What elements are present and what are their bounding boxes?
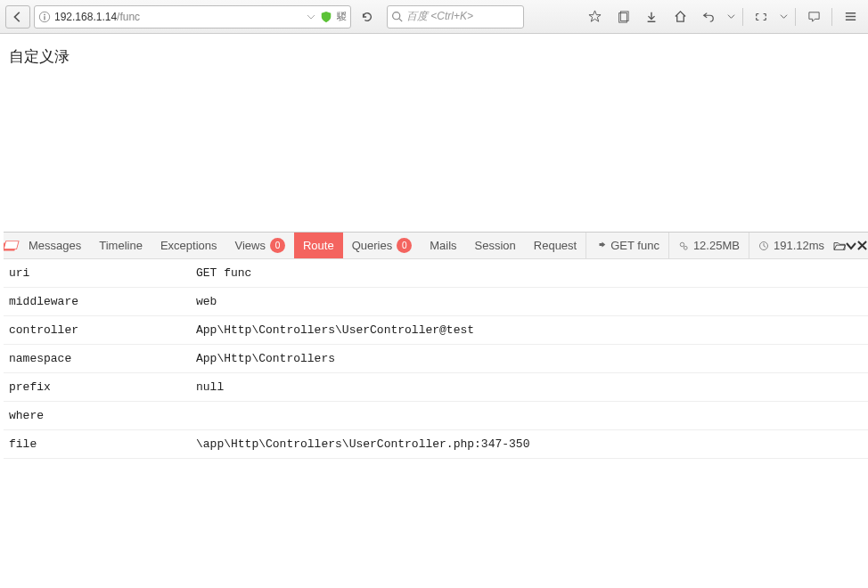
route-key: controller [9,323,196,337]
route-row: file\app\Http\Controllers\UserController… [4,430,868,459]
reload-button[interactable] [355,5,380,29]
reader-icon[interactable]: 騣 [337,10,347,23]
route-value: \app\Http\Controllers\UserController.php… [196,437,863,451]
route-row: controllerApp\Http\Controllers\UserContr… [4,316,868,345]
tab-mails[interactable]: Mails [421,233,465,258]
tab-messages[interactable]: Messages [20,233,90,258]
info-time: 191.12ms [749,233,833,258]
hamburger-menu-icon[interactable] [838,5,863,29]
svg-rect-8 [4,241,19,249]
browser-toolbar: 192.168.1.14/func 騣 百度 <Ctrl+K> [0,0,868,34]
svg-point-3 [393,12,400,20]
route-key: file [9,437,196,451]
undo-icon[interactable] [696,5,721,29]
route-key: middleware [9,295,196,308]
svg-point-10 [684,246,687,249]
tab-views[interactable]: Views0 [226,233,294,258]
undo-menu-icon[interactable] [725,5,737,29]
route-value: null [196,380,863,394]
page-heading: 自定义渌 [9,48,70,65]
back-button[interactable] [5,5,30,29]
info-current-request[interactable]: GET func [585,233,668,258]
bookmark-star-icon[interactable] [582,5,607,29]
tab-request[interactable]: Request [525,233,585,258]
route-value: web [196,295,863,308]
route-row: uriGET func [4,259,868,288]
tab-timeline[interactable]: Timeline [90,233,151,258]
debugbar-header: Messages Timeline Exceptions Views0 Rout… [4,233,868,259]
download-icon[interactable] [639,5,664,29]
info-icon [38,11,51,23]
search-icon [391,11,403,22]
tab-session[interactable]: Session [466,233,525,258]
screenshot-icon[interactable] [749,5,774,29]
route-value: App\Http\Controllers\UserController@test [196,323,863,337]
debugbar-body: uriGET funcmiddlewarewebcontrollerApp\Ht… [4,259,868,577]
svg-rect-2 [44,16,45,20]
share-icon [595,241,606,251]
url-bar[interactable]: 192.168.1.14/func 騣 [34,5,351,29]
info-memory: 12.25MB [668,233,749,258]
route-row: middlewareweb [4,288,868,316]
route-key: uri [9,266,196,280]
url-text: 192.168.1.14/func [54,11,303,23]
route-key: where [9,409,196,422]
page-content: 自定义渌 [0,34,868,79]
home-icon[interactable] [667,5,692,29]
route-row: namespaceApp\Http\Controllers [4,345,868,373]
dropdown-icon[interactable] [307,12,315,21]
svg-point-1 [44,13,45,15]
tab-queries[interactable]: Queries0 [343,233,422,258]
clock-icon [758,241,769,251]
debugbar: Messages Timeline Exceptions Views0 Rout… [4,232,868,577]
collapse-icon[interactable] [846,233,856,258]
svg-line-4 [399,19,402,21]
svg-point-9 [680,242,684,247]
folder-open-icon[interactable] [833,233,846,258]
screenshot-menu-icon[interactable] [777,5,790,29]
search-bar[interactable]: 百度 <Ctrl+K> [387,5,524,29]
library-icon[interactable] [610,5,635,29]
search-placeholder: 百度 <Ctrl+K> [406,9,473,24]
route-row: where [4,402,868,430]
route-value [196,409,863,422]
chat-icon[interactable] [801,5,826,29]
route-key: namespace [9,352,196,365]
debugbar-logo-icon[interactable] [4,233,20,258]
route-key: prefix [9,380,196,394]
close-icon[interactable] [857,233,868,258]
route-value: GET func [196,266,863,280]
route-row: prefixnull [4,373,868,402]
tab-route[interactable]: Route [294,233,343,258]
tab-exceptions[interactable]: Exceptions [151,233,226,258]
gears-icon [678,241,689,251]
shield-icon[interactable] [319,10,333,24]
route-value: App\Http\Controllers [196,352,863,365]
